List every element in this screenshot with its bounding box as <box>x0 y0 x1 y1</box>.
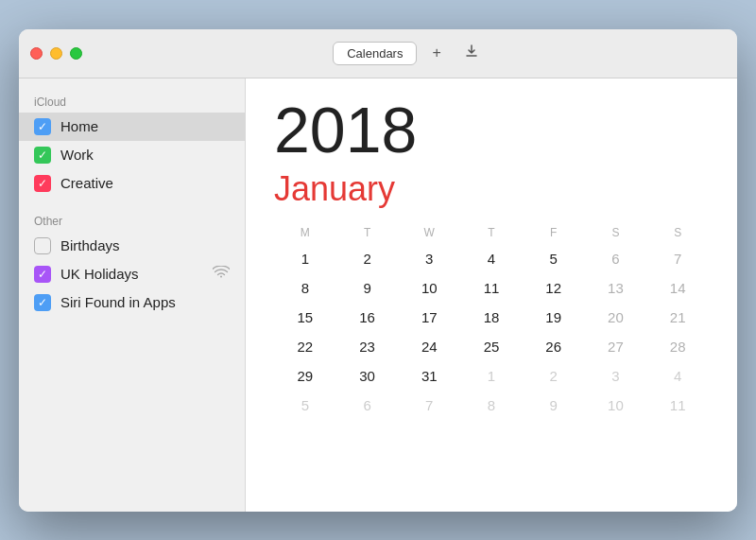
wifi-icon <box>213 266 230 282</box>
cal-day-1-4[interactable]: 12 <box>523 274 585 302</box>
calendar-header-row: MTWTFSS <box>274 224 709 241</box>
calendar-item-birthdays[interactable]: Birthdays <box>19 232 245 260</box>
cal-day-4-3[interactable]: 1 <box>460 362 523 390</box>
titlebar-center: Calendars + <box>94 40 726 66</box>
calendar-item-home[interactable]: ✓ Home <box>19 113 245 141</box>
cal-day-1-3[interactable]: 11 <box>460 274 523 302</box>
cal-day-3-5[interactable]: 27 <box>585 333 647 360</box>
calendar-label-siri: Siri Found in Apps <box>60 294 230 310</box>
cal-day-5-2[interactable]: 7 <box>398 392 460 419</box>
cal-day-1-2[interactable]: 10 <box>398 274 460 302</box>
cal-day-5-5[interactable]: 10 <box>585 392 647 419</box>
titlebar: Calendars + <box>19 29 737 78</box>
calendar-item-work[interactable]: ✓ Work <box>19 141 245 169</box>
cal-day-5-3[interactable]: 8 <box>460 392 523 419</box>
cal-day-4-2[interactable]: 31 <box>398 362 460 390</box>
cal-day-2-1[interactable]: 16 <box>336 304 399 331</box>
cal-day-3-1[interactable]: 23 <box>336 333 399 360</box>
day-header-m-0: M <box>274 224 336 241</box>
cal-day-0-2[interactable]: 3 <box>398 245 460 272</box>
add-calendar-button[interactable]: + <box>424 41 448 65</box>
day-header-s-6: S <box>646 224 709 241</box>
checkbox-work[interactable]: ✓ <box>34 147 51 164</box>
day-header-f-4: F <box>523 224 585 241</box>
cal-day-0-0[interactable]: 1 <box>274 245 336 272</box>
cal-day-2-5[interactable]: 20 <box>585 304 647 331</box>
download-button[interactable] <box>456 40 487 66</box>
cal-day-4-4[interactable]: 2 <box>523 362 585 390</box>
day-header-w-2: W <box>398 224 460 241</box>
cal-week-4: 2930311234 <box>274 362 709 390</box>
traffic-lights <box>30 47 82 60</box>
cal-day-0-6[interactable]: 7 <box>646 245 709 272</box>
cal-day-5-1[interactable]: 6 <box>336 392 399 419</box>
cal-day-0-3[interactable]: 4 <box>460 245 523 272</box>
cal-day-2-6[interactable]: 21 <box>646 304 709 331</box>
sidebar: iCloud ✓ Home ✓ Work ✓ Creative Other Bi… <box>19 78 246 512</box>
calendar-item-creative[interactable]: ✓ Creative <box>19 169 245 198</box>
cal-day-0-5[interactable]: 6 <box>585 245 647 272</box>
calendar-body: 1234567891011121314151617181920212223242… <box>274 245 709 419</box>
calendar-main: 2018 January MTWTFSS 1234567891011121314… <box>246 78 737 512</box>
day-header-t-1: T <box>336 224 399 241</box>
cal-day-1-0[interactable]: 8 <box>274 274 336 302</box>
checkbox-siri[interactable]: ✓ <box>34 294 51 311</box>
cal-day-3-6[interactable]: 28 <box>646 333 709 360</box>
cal-day-2-0[interactable]: 15 <box>274 304 336 331</box>
cal-day-0-4[interactable]: 5 <box>523 245 585 272</box>
month-display: January <box>274 169 709 209</box>
calendar-label-uk-holidays: UK Holidays <box>60 266 203 282</box>
checkbox-uk-holidays[interactable]: ✓ <box>34 266 51 283</box>
cal-week-5: 567891011 <box>274 392 709 419</box>
calendar-label-home: Home <box>60 118 230 134</box>
cal-day-1-1[interactable]: 9 <box>336 274 399 302</box>
other-section-header: Other <box>19 207 245 232</box>
cal-day-3-4[interactable]: 26 <box>523 333 585 360</box>
cal-day-3-0[interactable]: 22 <box>274 333 336 360</box>
cal-day-2-4[interactable]: 19 <box>523 304 585 331</box>
cal-week-2: 15161718192021 <box>274 304 709 331</box>
cal-day-0-1[interactable]: 2 <box>336 245 399 272</box>
cal-day-3-2[interactable]: 24 <box>398 333 460 360</box>
cal-day-4-6[interactable]: 4 <box>646 362 709 390</box>
checkbox-home[interactable]: ✓ <box>34 118 51 135</box>
day-header-s-5: S <box>585 224 647 241</box>
checkbox-creative[interactable]: ✓ <box>34 175 51 192</box>
main-content: iCloud ✓ Home ✓ Work ✓ Creative Other Bi… <box>19 78 737 512</box>
cal-day-4-1[interactable]: 30 <box>336 362 399 390</box>
cal-day-1-6[interactable]: 14 <box>646 274 709 302</box>
calendar-item-uk-holidays[interactable]: ✓ UK Holidays <box>19 260 245 288</box>
download-icon <box>464 44 479 59</box>
day-header-t-3: T <box>460 224 523 241</box>
cal-day-2-2[interactable]: 17 <box>398 304 460 331</box>
minimize-button[interactable] <box>50 47 62 60</box>
cal-week-3: 22232425262728 <box>274 333 709 360</box>
calendar-label-creative: Creative <box>60 175 230 191</box>
cal-day-3-3[interactable]: 25 <box>460 333 523 360</box>
close-button[interactable] <box>30 47 43 60</box>
calendar-label-birthdays: Birthdays <box>60 237 230 253</box>
cal-day-4-0[interactable]: 29 <box>274 362 336 390</box>
cal-day-5-6[interactable]: 11 <box>646 392 709 419</box>
cal-week-0: 1234567 <box>274 245 709 272</box>
year-display: 2018 <box>274 97 709 162</box>
checkbox-birthdays[interactable] <box>34 237 51 254</box>
calendar-item-siri[interactable]: ✓ Siri Found in Apps <box>19 288 245 317</box>
cal-day-5-0[interactable]: 5 <box>274 392 336 419</box>
cal-week-1: 891011121314 <box>274 274 709 302</box>
cal-day-5-4[interactable]: 9 <box>523 392 585 419</box>
icloud-section-header: iCloud <box>19 88 245 113</box>
cal-day-1-5[interactable]: 13 <box>585 274 647 302</box>
calendar-label-work: Work <box>60 147 230 163</box>
cal-day-2-3[interactable]: 18 <box>460 304 523 331</box>
calendars-button[interactable]: Calendars <box>333 42 417 65</box>
app-window: Calendars + iCloud ✓ Home ✓ Work ✓ C <box>19 29 737 512</box>
maximize-button[interactable] <box>70 47 82 60</box>
cal-day-4-5[interactable]: 3 <box>585 362 647 390</box>
calendar-grid: MTWTFSS 12345678910111213141516171819202… <box>274 224 709 419</box>
